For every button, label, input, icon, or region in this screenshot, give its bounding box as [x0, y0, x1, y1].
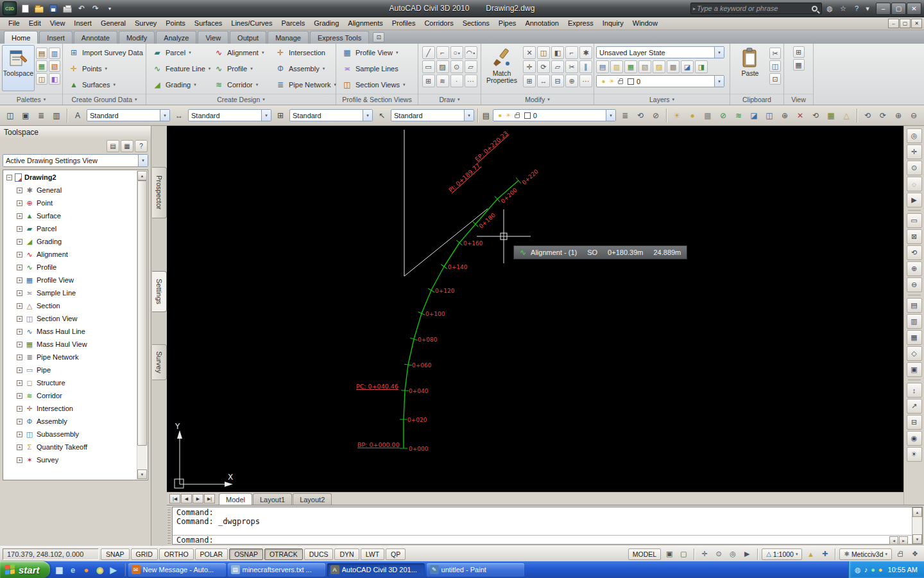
workspace-switch-button[interactable]: ✱ Meticciv3d ▾: [839, 548, 892, 560]
ribbon-tab-express-tools[interactable]: Express Tools: [310, 31, 369, 44]
open-icon[interactable]: [33, 2, 46, 15]
undo-icon[interactable]: ↶: [75, 2, 88, 15]
section-plane-icon[interactable]: ⊟: [907, 415, 922, 430]
tree-item-pipe[interactable]: +▭Pipe: [4, 363, 137, 376]
layer-tool-iso-icon[interactable]: ⊘: [716, 109, 730, 123]
task-button[interactable]: ✎untitled - Paint: [427, 563, 524, 577]
antivirus-icon[interactable]: ●: [871, 566, 875, 574]
palette-table-icon[interactable]: ▦: [121, 140, 133, 152]
intersection-button[interactable]: ✛Intersection: [271, 44, 332, 60]
quick-view-drawings-icon[interactable]: ▢: [677, 548, 690, 560]
expand-icon[interactable]: +: [17, 406, 22, 412]
layer-tool-off-icon[interactable]: ●: [685, 109, 699, 123]
tree-item-pipe-network[interactable]: +≣Pipe Network: [4, 351, 137, 363]
more-draw-icon[interactable]: ⋯: [465, 74, 477, 87]
steering-wheel-icon[interactable]: ◎: [726, 548, 739, 560]
taskbar-clock[interactable]: 10:55 AM: [888, 566, 918, 574]
toggle-qp[interactable]: QP: [386, 548, 406, 560]
layer-states-icon[interactable]: ≣: [618, 109, 632, 123]
command-window-grip[interactable]: [167, 507, 171, 544]
array-icon[interactable]: ⊞: [523, 74, 536, 87]
toggle-ducs[interactable]: DUCS: [304, 548, 334, 560]
panel-caption-create-ground-data[interactable]: Create Ground Data▾: [63, 94, 146, 105]
profile-view-button[interactable]: ▦Profile View▾: [338, 44, 415, 60]
tree-item-intersection[interactable]: +✛Intersection: [4, 402, 137, 415]
menu-express[interactable]: Express: [563, 17, 598, 30]
ribbon-tab-modify[interactable]: Modify: [119, 31, 155, 44]
scroll-right-icon[interactable]: ▶: [899, 536, 908, 545]
layer-tool-freeze-icon[interactable]: ☀: [670, 109, 684, 123]
app-logo-icon[interactable]: C3D: [3, 1, 17, 15]
surfaces-button[interactable]: ▲Surfaces▾: [64, 76, 142, 92]
palette-toggle-icon[interactable]: ▥: [49, 109, 64, 123]
layer-off-icon[interactable]: ▧: [638, 60, 651, 73]
expand-icon[interactable]: +: [17, 239, 22, 245]
menu-surfaces[interactable]: Surfaces: [190, 17, 227, 30]
layer-combo[interactable]: ● ☀ 0 ▾: [493, 109, 616, 121]
alignment-curve[interactable]: [404, 180, 518, 448]
expand-icon[interactable]: +: [17, 252, 22, 258]
viewports-icon[interactable]: ⊞: [793, 46, 805, 58]
toggle-osnap[interactable]: OSNAP: [229, 548, 263, 560]
tree-item-point[interactable]: +⊕Point: [4, 197, 137, 209]
table-style-combo[interactable]: Standard▾: [289, 109, 373, 121]
menu-parcels[interactable]: Parcels: [277, 17, 309, 30]
layer-on-icon[interactable]: ▨: [653, 60, 665, 73]
render-icon[interactable]: ◉: [907, 431, 922, 446]
table-style-icon[interactable]: ⊞: [273, 109, 287, 123]
ribbon-tab-output[interactable]: Output: [230, 31, 266, 44]
expand-icon[interactable]: +: [17, 419, 22, 425]
showmotion-status-icon[interactable]: ▶: [740, 548, 753, 560]
import-survey-data-button[interactable]: ⊞Import Survey Data: [64, 44, 142, 60]
offset-icon[interactable]: ∥: [579, 60, 592, 73]
tree-item-grading[interactable]: +◢Grading: [4, 235, 137, 248]
line-icon[interactable]: ╱: [422, 46, 435, 59]
assembly-button[interactable]: ΦAssembly▾: [271, 60, 332, 76]
expand-icon[interactable]: +: [17, 457, 22, 463]
zoom-out-icon[interactable]: ⊖: [907, 277, 922, 292]
open-sheet-icon[interactable]: ▣: [19, 109, 33, 123]
expand-icon[interactable]: +: [17, 367, 22, 373]
layer-properties-icon[interactable]: ▤: [596, 60, 609, 73]
menu-alignments[interactable]: Alignments: [343, 17, 387, 30]
panel-caption-view[interactable]: View: [784, 94, 813, 105]
zoom-realtime-icon[interactable]: ⊙: [907, 161, 922, 175]
dim-style-icon[interactable]: ↔: [172, 109, 186, 123]
explode-icon[interactable]: ✱: [579, 46, 592, 59]
toggle-snap[interactable]: SNAP: [101, 548, 130, 560]
copy-clip-icon[interactable]: ◫: [769, 60, 781, 72]
view-side-icon[interactable]: ▦: [907, 330, 922, 345]
pan-icon[interactable]: ✛: [907, 144, 922, 159]
layout-list-icon[interactable]: ≣: [34, 109, 48, 123]
doc-minimize-button[interactable]: –: [888, 19, 899, 28]
expand-icon[interactable]: +: [17, 380, 22, 386]
rotate-icon[interactable]: ⟳: [537, 60, 550, 73]
menu-survey[interactable]: Survey: [130, 17, 161, 30]
fly-icon[interactable]: ↗: [907, 399, 922, 414]
tree-item-quantity-takeoff[interactable]: +ΣQuantity Takeoff: [4, 441, 137, 453]
task-button[interactable]: ▤minecraftservers.txt ...: [228, 563, 325, 577]
expand-icon[interactable]: +: [17, 188, 22, 193]
menu-profiles[interactable]: Profiles: [388, 17, 420, 30]
ribbon-tab-manage[interactable]: Manage: [268, 31, 309, 44]
minimize-button[interactable]: –: [876, 3, 891, 15]
scrollbar-thumb[interactable]: [137, 180, 147, 446]
gradient-icon[interactable]: ⊙: [450, 60, 463, 73]
panel-caption-profile-section-views[interactable]: Profile & Section Views: [336, 94, 418, 105]
layer-isolate2-icon[interactable]: ⊘: [649, 109, 663, 123]
clean-screen-icon[interactable]: ❖: [909, 548, 921, 560]
sample-lines-button[interactable]: ≍Sample Lines: [338, 60, 415, 76]
event-viewer-icon[interactable]: ◫: [36, 73, 47, 85]
trim-icon[interactable]: ✂: [565, 60, 578, 73]
expand-icon[interactable]: +: [17, 200, 22, 206]
layout-nav-icon-0[interactable]: |◀: [169, 494, 180, 504]
tree-item-sample-line[interactable]: +≍Sample Line: [4, 286, 137, 299]
media-player-icon[interactable]: ▶: [108, 564, 119, 575]
arc-icon[interactable]: ◠▾: [465, 46, 477, 59]
menu-edit[interactable]: Edit: [24, 17, 46, 30]
layout-nav-icon-2[interactable]: ▶: [193, 494, 203, 504]
tree-item-parcel[interactable]: +▰Parcel: [4, 222, 137, 235]
tree-item-mass-haul-view[interactable]: +▦Mass Haul View: [4, 338, 137, 351]
paste-special-icon[interactable]: ⊡: [769, 73, 781, 85]
menu-insert[interactable]: Insert: [69, 17, 96, 30]
